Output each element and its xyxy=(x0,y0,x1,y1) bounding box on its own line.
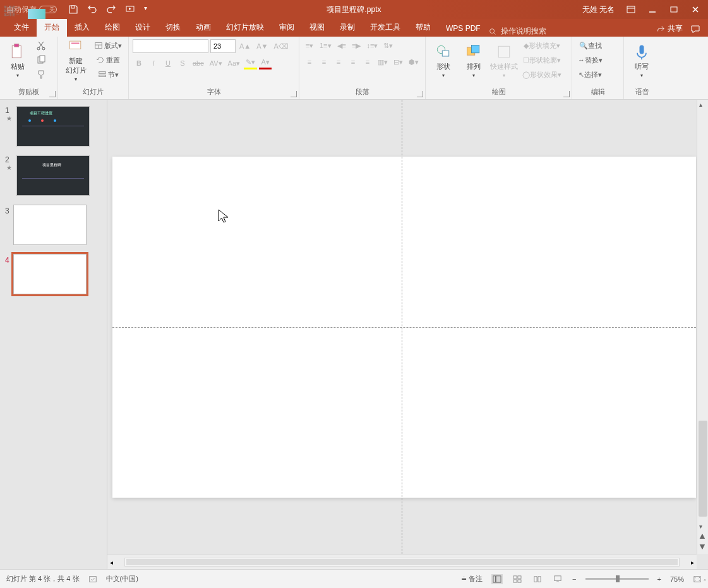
font-color-icon[interactable]: A▾ xyxy=(259,57,272,69)
paste-button[interactable]: 粘贴 ▾ xyxy=(4,39,32,82)
close-icon[interactable] xyxy=(690,4,700,15)
slide-sorter-view-icon[interactable] xyxy=(512,574,523,584)
tab-animations[interactable]: 动画 xyxy=(188,18,219,37)
tab-help[interactable]: 帮助 xyxy=(408,18,438,37)
shadow-button[interactable]: S xyxy=(176,57,189,69)
comments-icon[interactable] xyxy=(690,24,700,34)
zoom-slider[interactable] xyxy=(585,578,649,580)
new-slide-button[interactable]: 新建 幻灯片 ▾ xyxy=(62,39,90,82)
copy-icon[interactable] xyxy=(34,54,48,66)
tab-home[interactable]: 开始 xyxy=(37,18,67,37)
paragraph-launcher[interactable] xyxy=(417,91,423,97)
bullets-icon[interactable]: ≡▾ xyxy=(303,39,316,52)
font-highlight-icon[interactable]: ✎▾ xyxy=(244,57,257,69)
ribbon-display-options-icon[interactable] xyxy=(626,4,636,15)
tab-record[interactable]: 录制 xyxy=(332,18,363,37)
slide-editor[interactable]: ▴ ▾ ⯅ ⯆ ◂ ▸ xyxy=(107,100,708,569)
redo-icon[interactable] xyxy=(106,4,116,15)
zoom-out-button[interactable]: − xyxy=(572,575,576,583)
maximize-icon[interactable] xyxy=(669,4,679,15)
prev-slide-icon[interactable]: ⯅ xyxy=(699,533,705,540)
slide-thumbnail-2[interactable]: 项目里程碑 xyxy=(16,155,90,196)
layout-button[interactable]: 版式 ▾ xyxy=(92,39,124,52)
select-button[interactable]: ↖ 选择 ▾ xyxy=(576,68,604,81)
horizontal-scrollbar[interactable]: ◂ ▸ xyxy=(107,555,697,569)
zoom-in-button[interactable]: + xyxy=(657,575,661,583)
language-indicator[interactable]: 中文(中国) xyxy=(106,574,138,584)
decrease-font-icon[interactable]: A▼ xyxy=(255,40,270,52)
next-slide-icon[interactable]: ⯆ xyxy=(699,543,705,550)
reading-view-icon[interactable] xyxy=(532,574,543,584)
quick-styles-button[interactable]: 快速样式▾ xyxy=(490,39,518,82)
tab-developer[interactable]: 开发工具 xyxy=(363,18,408,37)
tab-transitions[interactable]: 切换 xyxy=(158,18,188,37)
align-right-icon[interactable]: ≡ xyxy=(332,56,345,68)
increase-indent-icon[interactable]: ≡▶ xyxy=(350,39,363,52)
line-spacing-icon[interactable]: ↕≡▾ xyxy=(364,39,380,52)
scroll-left-icon[interactable]: ◂ xyxy=(110,559,113,566)
align-text-icon[interactable]: ⊟▾ xyxy=(392,56,405,68)
slideshow-view-icon[interactable] xyxy=(552,574,563,584)
drawing-launcher[interactable] xyxy=(563,91,570,97)
shape-fill-button[interactable]: ◆ 形状填充 ▾ xyxy=(520,39,563,52)
vscroll-thumb[interactable] xyxy=(699,421,707,517)
numbering-icon[interactable]: 1≡▾ xyxy=(318,39,333,52)
collapse-ribbon-icon[interactable]: ˆ xyxy=(704,579,706,586)
reset-button[interactable]: 重置 xyxy=(92,54,124,66)
tab-draw[interactable]: 绘图 xyxy=(97,18,128,37)
minimize-icon[interactable] xyxy=(647,4,657,15)
italic-button[interactable]: I xyxy=(147,57,160,69)
font-size-input[interactable] xyxy=(210,39,236,53)
fit-to-window-icon[interactable] xyxy=(693,575,702,583)
slide-thumbnail-1[interactable]: 项目工程进度 xyxy=(16,106,90,147)
tab-wps-pdf[interactable]: WPS PDF xyxy=(438,20,488,37)
replace-button[interactable]: ↔ 替换 ▾ xyxy=(576,54,604,66)
arrange-button[interactable]: 排列▾ xyxy=(460,39,488,82)
user-name[interactable]: 无姓 无名 xyxy=(582,4,615,15)
tab-review[interactable]: 审阅 xyxy=(272,18,302,37)
spellcheck-icon[interactable] xyxy=(88,575,97,584)
font-launcher[interactable] xyxy=(291,91,297,97)
shape-effects-button[interactable]: ◯ 形状效果 ▾ xyxy=(520,68,563,81)
justify-icon[interactable]: ≡ xyxy=(347,56,359,68)
slide-thumbnail-4[interactable] xyxy=(13,254,87,294)
clipboard-launcher[interactable] xyxy=(49,91,56,97)
underline-button[interactable]: U xyxy=(162,57,174,69)
increase-font-icon[interactable]: A▲ xyxy=(237,40,253,52)
character-spacing-icon[interactable]: AV▾ xyxy=(208,57,224,69)
vertical-scrollbar[interactable]: ▴ ▾ ⯅ ⯆ xyxy=(697,100,708,554)
slide-thumbnail-3[interactable]: 第1季度 —第2季度 —第3季度 — xyxy=(13,205,87,245)
shape-outline-button[interactable]: ☐ 形状轮廓 ▾ xyxy=(520,54,563,66)
bold-button[interactable]: B xyxy=(133,57,145,69)
slideshow-from-start-icon[interactable] xyxy=(125,4,135,15)
find-button[interactable]: 🔍 查找 xyxy=(576,39,604,52)
tab-design[interactable]: 设计 xyxy=(128,18,158,37)
scroll-up-icon[interactable]: ▴ xyxy=(699,101,702,108)
font-family-input[interactable] xyxy=(133,39,208,53)
smartart-icon[interactable]: ⬢▾ xyxy=(407,56,421,68)
clear-formatting-icon[interactable]: A⌫ xyxy=(272,40,290,52)
cut-icon[interactable] xyxy=(34,39,48,52)
text-direction-icon[interactable]: ⇅▾ xyxy=(381,39,395,52)
notes-button[interactable]: ≐ 备注 xyxy=(461,574,483,584)
scroll-right-icon[interactable]: ▸ xyxy=(691,559,694,566)
share-button[interactable]: 共享 xyxy=(656,23,683,34)
columns-icon[interactable]: ▥▾ xyxy=(376,56,390,68)
dictate-button[interactable]: 听写▾ xyxy=(628,39,656,82)
shapes-button[interactable]: 形状▾ xyxy=(429,39,457,82)
format-painter-icon[interactable] xyxy=(34,68,48,81)
zoom-level[interactable]: 75% xyxy=(670,575,684,583)
change-case-icon[interactable]: Aa▾ xyxy=(226,57,242,69)
undo-icon[interactable] xyxy=(87,4,97,15)
align-center-icon[interactable]: ≡ xyxy=(318,56,330,68)
align-left-icon[interactable]: ≡ xyxy=(303,56,316,68)
normal-view-icon[interactable] xyxy=(491,574,503,584)
tell-me-search[interactable]: 操作说明搜索 xyxy=(488,26,546,37)
tab-file[interactable]: 文件 xyxy=(6,18,37,37)
save-icon[interactable] xyxy=(68,4,78,15)
hscroll-thumb[interactable] xyxy=(126,559,678,565)
scroll-down-icon[interactable]: ▾ xyxy=(699,523,702,530)
section-button[interactable]: 节 ▾ xyxy=(92,68,124,81)
tab-view[interactable]: 视图 xyxy=(302,18,332,37)
qat-more-icon[interactable]: ▾ xyxy=(144,4,154,15)
